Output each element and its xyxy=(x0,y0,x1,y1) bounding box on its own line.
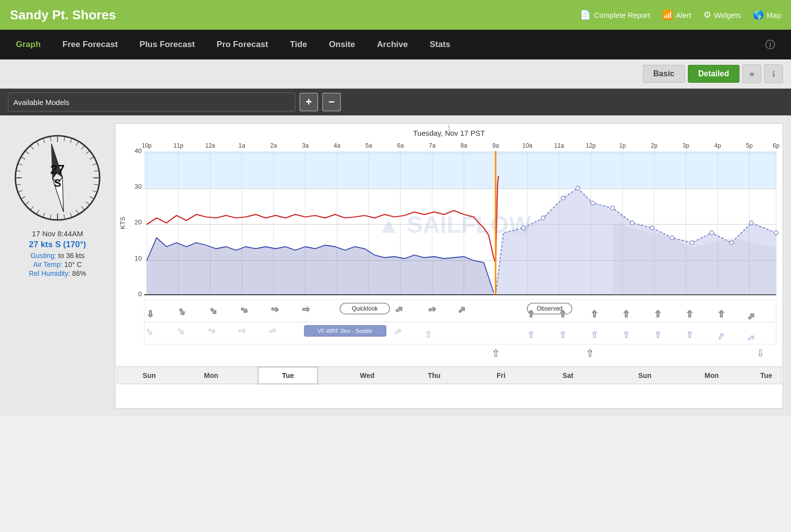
svg-text:1a: 1a xyxy=(238,142,245,149)
svg-point-114 xyxy=(749,221,753,225)
humidity-value: 86% xyxy=(72,269,86,277)
svg-text:Quicklook: Quicklook xyxy=(352,305,379,312)
svg-text:⇧: ⇧ xyxy=(686,330,693,340)
nav-onsite[interactable]: Onsite xyxy=(318,30,366,59)
nav-pro-forecast[interactable]: Pro Forecast xyxy=(206,30,279,59)
svg-text:3a: 3a xyxy=(302,142,309,149)
svg-point-112 xyxy=(710,231,714,235)
svg-text:Tuesday, Nov 17 PST: Tuesday, Nov 17 PST xyxy=(413,129,485,137)
svg-text:⇧: ⇧ xyxy=(492,348,500,359)
models-bar: Available Models + − xyxy=(0,89,791,115)
svg-rect-100 xyxy=(144,151,776,189)
svg-text:⇧: ⇧ xyxy=(559,309,566,319)
svg-point-104 xyxy=(561,196,565,200)
svg-text:Mon: Mon xyxy=(705,372,719,379)
sub-nav: Basic Detailed ★ ℹ xyxy=(0,59,791,89)
nav-stats[interactable]: Stats xyxy=(419,30,461,59)
nav-bar: Graph Free Forecast Plus Forecast Pro Fo… xyxy=(0,30,791,59)
nav-info[interactable]: ⓘ xyxy=(754,30,786,59)
svg-text:⇩: ⇩ xyxy=(147,309,154,319)
nav-archive[interactable]: Archive xyxy=(366,30,419,59)
svg-text:Fri: Fri xyxy=(497,372,506,379)
svg-text:4a: 4a xyxy=(334,142,340,149)
svg-text:Tue: Tue xyxy=(282,372,294,379)
add-model-btn[interactable]: + xyxy=(299,93,318,111)
svg-text:20: 20 xyxy=(135,218,142,226)
svg-text:⇩: ⇩ xyxy=(301,306,311,313)
svg-text:VF-WRF 3km - Seattle: VF-WRF 3km - Seattle xyxy=(318,328,373,334)
svg-text:7a: 7a xyxy=(429,142,436,149)
svg-text:30: 30 xyxy=(135,183,142,190)
air-temp-value: 10° C xyxy=(64,261,82,268)
svg-text:5a: 5a xyxy=(365,142,372,149)
svg-text:⇧: ⇧ xyxy=(591,309,598,319)
svg-text:Thu: Thu xyxy=(428,372,441,379)
svg-point-115 xyxy=(774,231,778,235)
star-btn[interactable]: ★ xyxy=(742,64,761,83)
svg-text:⇧: ⇧ xyxy=(559,330,566,340)
svg-text:⇩: ⇩ xyxy=(237,327,247,334)
svg-point-103 xyxy=(541,216,545,220)
svg-text:40: 40 xyxy=(135,147,142,155)
svg-text:⇧: ⇧ xyxy=(654,309,662,319)
svg-text:11a: 11a xyxy=(554,142,564,149)
gusting-label: Gusting: xyxy=(30,252,56,260)
map-icon: 🌎 xyxy=(753,9,764,20)
svg-text:Sat: Sat xyxy=(563,372,573,379)
wind-datetime: 17 Nov 8:44AM xyxy=(29,229,86,238)
svg-text:6a: 6a xyxy=(397,142,404,149)
svg-text:Wed: Wed xyxy=(360,372,374,379)
alert-btn[interactable]: 📶 Alert xyxy=(662,9,691,20)
svg-text:⇧: ⇧ xyxy=(622,309,630,319)
nav-free-forecast[interactable]: Free Forecast xyxy=(52,30,129,59)
svg-text:12a: 12a xyxy=(205,142,215,149)
svg-text:⇧: ⇧ xyxy=(654,330,662,340)
nav-tide[interactable]: Tide xyxy=(279,30,318,59)
detailed-btn[interactable]: Detailed xyxy=(688,65,739,83)
complete-report-btn[interactable]: 📄 Complete Report xyxy=(580,9,650,20)
svg-text:10: 10 xyxy=(135,255,142,262)
wind-info: 17 Nov 8:44AM 27 kts S (170°) Gusting: t… xyxy=(29,229,86,278)
models-select[interactable]: Available Models xyxy=(8,93,295,111)
info-btn[interactable]: ℹ xyxy=(764,64,783,83)
wind-chart-svg: Tuesday, Nov 17 PST 10p 11p 12a 1a 2a 3a… xyxy=(115,124,783,406)
svg-point-102 xyxy=(521,226,525,230)
svg-text:9a: 9a xyxy=(492,142,499,149)
alert-icon: 📶 xyxy=(662,9,673,20)
nav-plus-forecast[interactable]: Plus Forecast xyxy=(129,30,206,59)
svg-text:2p: 2p xyxy=(651,142,658,149)
header-actions: 📄 Complete Report 📶 Alert ⚙ Widgets 🌎 Ma… xyxy=(580,9,781,20)
basic-btn[interactable]: Basic xyxy=(643,65,685,83)
map-btn[interactable]: 🌎 Map xyxy=(753,9,781,20)
header: Sandy Pt. Shores 📄 Complete Report 📶 Ale… xyxy=(0,0,791,30)
svg-text:Sun: Sun xyxy=(638,372,651,379)
air-temp-label: Air Temp: xyxy=(33,261,62,268)
air-temp-row: Air Temp: 10° C xyxy=(29,261,86,268)
svg-text:⇩: ⇩ xyxy=(756,348,765,359)
nav-graph[interactable]: Graph xyxy=(5,30,52,59)
svg-text:Sun: Sun xyxy=(143,372,156,379)
widgets-btn[interactable]: ⚙ Widgets xyxy=(703,9,741,20)
remove-model-btn[interactable]: − xyxy=(322,93,341,111)
svg-text:⇧: ⇧ xyxy=(622,330,630,340)
svg-text:⇧: ⇧ xyxy=(686,309,693,319)
gusting-row: Gusting: to 36 kts xyxy=(29,252,86,260)
compass: 27 S xyxy=(13,133,102,222)
svg-text:6p: 6p xyxy=(773,142,780,149)
main-content: 27 S 17 Nov 8:44AM 27 kts S (170°) Gusti… xyxy=(0,115,791,417)
wind-speed: 27 kts S (170°) xyxy=(29,240,86,250)
svg-text:3p: 3p xyxy=(682,142,689,149)
svg-text:⇧: ⇧ xyxy=(718,309,725,319)
chart-area: Tuesday, Nov 17 PST 10p 11p 12a 1a 2a 3a… xyxy=(115,123,783,409)
svg-text:KTS: KTS xyxy=(119,216,126,229)
svg-text:0: 0 xyxy=(138,290,142,298)
svg-point-107 xyxy=(611,206,615,210)
svg-text:⇧: ⇧ xyxy=(586,348,594,359)
svg-text:27: 27 xyxy=(51,162,65,177)
svg-text:1p: 1p xyxy=(619,142,626,149)
svg-text:2a: 2a xyxy=(270,142,277,149)
svg-text:⇧: ⇧ xyxy=(591,330,598,340)
svg-text:Tue: Tue xyxy=(760,372,772,379)
humidity-label: Rel Humidity: xyxy=(29,269,70,277)
svg-point-108 xyxy=(630,221,634,225)
